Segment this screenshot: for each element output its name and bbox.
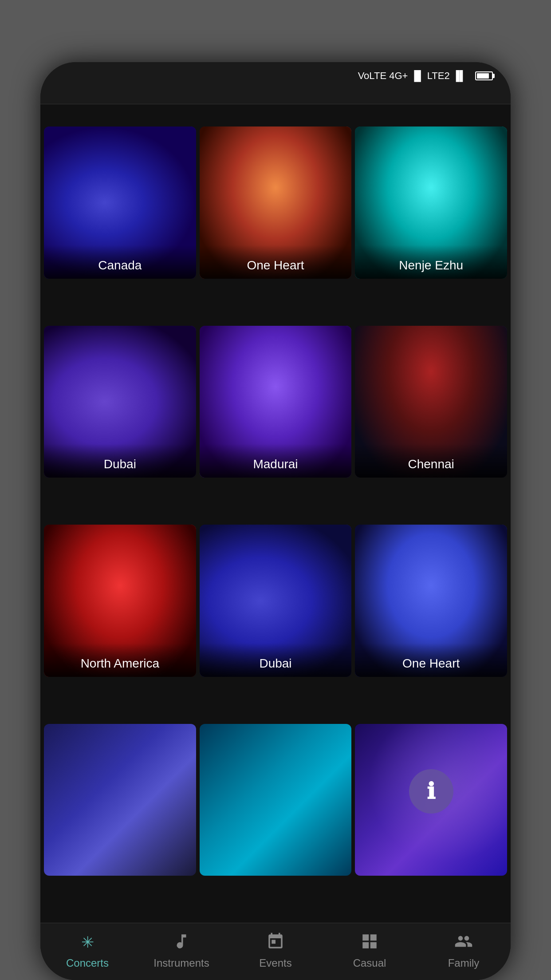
grid-item-label-nenje: Nenje Ezhu bbox=[355, 245, 507, 279]
nav-label-instruments: Instruments bbox=[153, 957, 209, 969]
people-icon bbox=[454, 932, 473, 953]
nav-item-casual[interactable]: Casual bbox=[323, 923, 417, 980]
battery-icon bbox=[475, 71, 493, 80]
status-right: VoLTE 4G+ ▐▌ LTE2 ▐▌ bbox=[358, 70, 493, 82]
grid-item-label-oneheart2: One Heart bbox=[355, 643, 507, 677]
grid-item-label-dubai2: Dubai bbox=[200, 643, 352, 677]
grid-item-label-oneheart: One Heart bbox=[200, 245, 352, 279]
grid-item-partial1[interactable] bbox=[44, 724, 196, 876]
music-icon bbox=[172, 932, 191, 953]
grid-icon bbox=[360, 932, 379, 953]
nav-label-events: Events bbox=[259, 957, 291, 969]
nav-label-concerts: Concerts bbox=[66, 957, 109, 969]
info-button[interactable]: ℹ bbox=[409, 769, 453, 814]
signal-indicator: VoLTE 4G+ ▐▌ LTE2 ▐▌ bbox=[358, 70, 466, 82]
nav-label-casual: Casual bbox=[353, 957, 386, 969]
grid-item-madurai[interactable]: Madurai bbox=[200, 326, 352, 478]
concert-image-partial2 bbox=[200, 724, 352, 876]
phone-frame: VoLTE 4G+ ▐▌ LTE2 ▐▌ CanadaOne HeartNenj… bbox=[40, 62, 511, 980]
snowflake-icon: ✳ bbox=[78, 932, 97, 953]
nav-item-family[interactable]: Family bbox=[417, 923, 511, 980]
app-bar bbox=[40, 86, 511, 104]
grid-item-label-madurai: Madurai bbox=[200, 444, 352, 478]
grid-item-chennai[interactable]: Chennai bbox=[355, 326, 507, 478]
nav-item-concerts[interactable]: ✳Concerts bbox=[40, 923, 134, 980]
grid-item-partial2[interactable] bbox=[200, 724, 352, 876]
grid-item-canada[interactable]: Canada bbox=[44, 126, 196, 279]
nav-item-instruments[interactable]: Instruments bbox=[134, 923, 228, 980]
concert-image-partial1 bbox=[44, 724, 196, 876]
grid-item-label-chennai: Chennai bbox=[355, 444, 507, 478]
nav-item-events[interactable]: Events bbox=[228, 923, 323, 980]
calendar-icon bbox=[266, 932, 285, 953]
grid-item-label-canada: Canada bbox=[44, 245, 196, 279]
status-bar: VoLTE 4G+ ▐▌ LTE2 ▐▌ bbox=[40, 62, 511, 86]
grid-item-partial3[interactable]: ℹ bbox=[355, 724, 507, 876]
grid-item-oneheart[interactable]: One Heart bbox=[200, 126, 352, 279]
content-area: CanadaOne HeartNenje EzhuDubaiMaduraiChe… bbox=[40, 104, 511, 923]
grid-item-dubai2[interactable]: Dubai bbox=[200, 525, 352, 677]
concerts-grid: CanadaOne HeartNenje EzhuDubaiMaduraiChe… bbox=[40, 126, 511, 923]
grid-item-northamerica[interactable]: North America bbox=[44, 525, 196, 677]
section-title bbox=[40, 104, 511, 126]
grid-item-dubai[interactable]: Dubai bbox=[44, 326, 196, 478]
grid-item-nenje[interactable]: Nenje Ezhu bbox=[355, 126, 507, 279]
grid-item-label-northamerica: North America bbox=[44, 643, 196, 677]
nav-label-family: Family bbox=[448, 957, 480, 969]
grid-item-label-dubai: Dubai bbox=[44, 444, 196, 478]
svg-text:✳: ✳ bbox=[81, 933, 94, 951]
bottom-nav: ✳ConcertsInstrumentsEventsCasualFamily bbox=[40, 923, 511, 980]
grid-item-oneheart2[interactable]: One Heart bbox=[355, 525, 507, 677]
